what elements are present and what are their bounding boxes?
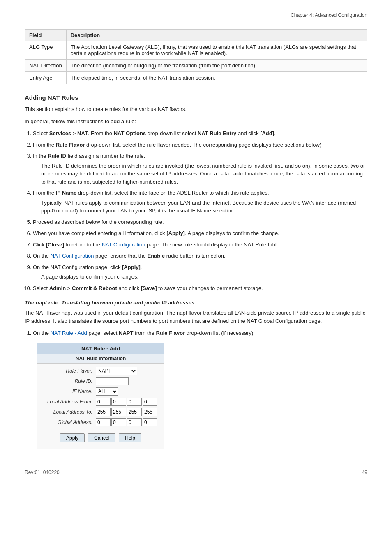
napt-rule-section: The napt rule: Translating between priva… [25,299,367,449]
napt-step1-bold1: NAPT [119,330,133,336]
table-row: NAT Direction [25,60,67,72]
local-addr-to-2[interactable] [127,408,142,416]
col-field: Field [25,30,67,41]
rule-id-input[interactable] [96,377,129,385]
form-info-header: NAT Rule Information [37,354,164,364]
step-item: From the Rule Flavor drop-down list, sel… [33,141,367,149]
local-addr-to-row: Local Address To: [42,408,159,416]
table-description: The elapsed time, in seconds, of the NAT… [66,72,367,84]
rule-flavor-control: NAPT NAT NAPT_DMZIP [96,367,159,375]
global-addr-1[interactable] [111,418,126,426]
local-addr-from-row: Local Address From: [42,398,159,406]
cancel-button[interactable]: Cancel [88,433,115,442]
step-item: When you have completed entering all inf… [33,229,367,237]
global-addr-3[interactable] [143,418,157,426]
chapter-header-text: Chapter 4: Advanced Configuration [291,12,367,18]
rule-flavor-select[interactable]: NAPT NAT NAPT_DMZIP [96,367,137,375]
field-description-table: Field Description ALG TypeThe Applicatio… [25,29,367,84]
bold-text: NAT [77,130,88,136]
rule-id-row: Rule ID: [42,377,159,385]
rule-id-control [96,377,159,385]
step-item: From the IF Name drop-down list, select … [33,189,367,215]
step-indent: A page displays to confirm your changes. [41,273,367,281]
revision-text: Rev:01_040220 [25,470,60,475]
napt-step-1: On the NAT Rule - Add page, select NAPT … [33,329,367,337]
step-item: On the NAT Configuration page, ensure th… [33,252,367,260]
step-item: Click [Close] to return to the NAT Confi… [33,241,367,249]
global-addr-row: Global Address: [42,418,159,426]
step-item: Select Admin > Commit & Reboot and click… [33,284,367,292]
global-addr-0[interactable] [96,418,111,426]
local-addr-from-0[interactable] [96,398,111,406]
step-item: Proceed as described below for the corre… [33,218,367,226]
nat-config-link[interactable]: NAT Configuration [51,253,94,259]
local-addr-to-control [96,408,159,416]
table-description: The Application Level Gateway (ALG), if … [66,41,367,60]
chapter-header: Chapter 4: Advanced Configuration [25,12,367,21]
form-body: Rule Flavor: NAPT NAT NAPT_DMZIP Rule ID… [37,364,164,449]
napt-step1-after: page, select [87,330,119,336]
bold-text: Enable [148,253,165,259]
nat-rule-add-link[interactable]: NAT Rule - Add [51,330,87,336]
local-addr-from-label: Local Address From: [42,399,96,405]
local-addr-to-label: Local Address To: [42,409,96,415]
napt-steps-list: On the NAT Rule - Add page, select NAPT … [33,329,367,337]
intro-para-1: This section explains how to create rule… [25,105,367,113]
bold-text: Services [49,130,71,136]
steps-list: Select Services > NAT. From the NAT Opti… [33,129,367,292]
page-footer: Rev:01_040220 49 [25,466,367,475]
bold-text: Rule Flavor [56,142,85,148]
step-item: In the Rule ID field assign a number to … [33,152,367,186]
if-name-control: ALL ppp-0 eoa-0 [96,387,159,396]
col-description: Description [66,30,367,41]
bold-text: NAT Rule Entry [198,130,236,136]
bold-text: [Apply] [166,230,185,236]
step-item: Select Services > NAT. From the NAT Opti… [33,129,367,138]
nat-rule-add-form: NAT Rule - Add NAT Rule Information Rule… [37,343,164,449]
rule-flavor-row: Rule Flavor: NAPT NAT NAPT_DMZIP [42,367,159,375]
step-indent: The Rule ID determines the order in whic… [41,162,367,186]
form-title: NAT Rule - Add [37,343,164,354]
local-addr-from-3[interactable] [143,398,157,406]
local-addr-from-2[interactable] [127,398,142,406]
if-name-label: IF Name: [42,389,96,394]
bold-text: NAT Options [114,130,146,136]
napt-step1-text3: drop-down list (if necessary). [185,330,255,336]
help-button[interactable]: Help [119,433,141,442]
global-addr-control [96,418,159,426]
table-row: ALG Type [25,41,67,60]
page-number: 49 [362,470,367,475]
bold-text: Rule ID [48,153,66,159]
nat-config-link[interactable]: NAT Configuration [102,242,145,248]
napt-para-1: The NAT flavor napt was used in your def… [25,309,367,325]
napt-step1-bold2: Rule Flavor [156,330,185,336]
rule-flavor-label: Rule Flavor: [42,368,96,374]
local-addr-from-control [96,398,159,406]
local-addr-from-1[interactable] [111,398,126,406]
bold-text: [Add] [260,130,274,136]
global-addr-2[interactable] [127,418,142,426]
if-name-row: IF Name: ALL ppp-0 eoa-0 [42,387,159,396]
table-description: The direction (incoming or outgoing) of … [66,60,367,72]
step-indent: Typically, NAT rules apply to communicat… [41,199,367,215]
section-title: Adding NAT Rules [25,94,367,101]
napt-step1-text2: from the [133,330,156,336]
local-addr-to-0[interactable] [96,408,111,416]
apply-button[interactable]: Apply [60,433,85,442]
napt-subsection-title: The napt rule: Translating between priva… [25,299,367,306]
bold-text: Admin [49,285,66,291]
local-addr-to-1[interactable] [111,408,126,416]
napt-step1-before: On the [33,330,51,336]
global-addr-label: Global Address: [42,419,96,425]
bold-text: [Apply] [122,264,141,270]
adding-nat-section: Adding NAT Rules This section explains h… [25,94,367,292]
intro-para-2: In general, follow this instructions to … [25,117,367,126]
bold-text: IF Name [56,190,77,196]
bold-text: [Save] [141,285,157,291]
rule-id-label: Rule ID: [42,378,96,384]
if-name-select[interactable]: ALL ppp-0 eoa-0 [96,387,118,396]
step-item: On the NAT Configuration page, click [Ap… [33,263,367,281]
table-row: Entry Age [25,72,67,84]
local-addr-to-3[interactable] [143,408,157,416]
bold-text: [Close] [46,242,64,248]
